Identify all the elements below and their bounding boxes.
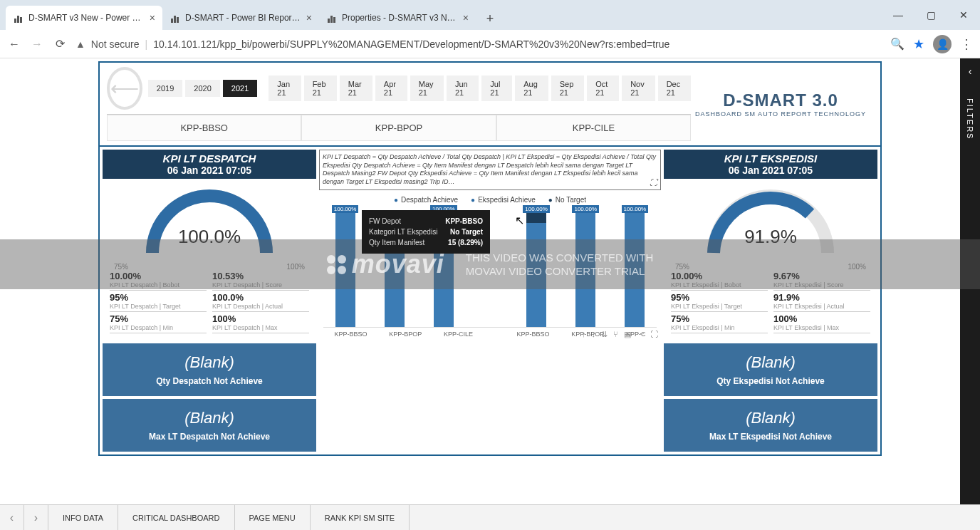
- focus-icon[interactable]: ⛶: [650, 330, 658, 339]
- kpi-value: 10.00%: [671, 271, 768, 281]
- year-button[interactable]: 2021: [223, 80, 257, 97]
- new-tab-button[interactable]: +: [480, 9, 500, 28]
- site-button[interactable]: KPP-BPOP: [301, 115, 496, 141]
- filter-icon[interactable]: ▤: [624, 330, 631, 339]
- tab-title: D-SMART v3 New - Power BI Rep: [28, 13, 144, 23]
- browser-tab-3[interactable]: Properties - D-SMART v3 New - ×: [319, 6, 476, 30]
- maximize-icon[interactable]: ▢: [914, 0, 947, 30]
- xaxis-label: KPP-BBSO: [334, 331, 367, 338]
- forward-icon[interactable]: →: [30, 37, 44, 51]
- next-page-icon[interactable]: ›: [24, 505, 48, 530]
- month-button[interactable]: Nov 21: [622, 76, 655, 101]
- chart-area[interactable]: Despatch Achieve Ekspedisi Achieve No Ta…: [319, 193, 661, 341]
- page-tab[interactable]: INFO DATA: [48, 505, 118, 530]
- minimize-icon[interactable]: ―: [882, 0, 914, 30]
- filters-label: FILTERS: [966, 98, 974, 140]
- dashboard-body: KPI LT DESPATCH 06 Jan 2021 07:05 100.0%…: [100, 147, 880, 454]
- tab-favicon: [13, 13, 23, 23]
- month-button[interactable]: Dec 21: [658, 76, 691, 101]
- site-button[interactable]: KPP-CILE: [496, 115, 691, 141]
- close-icon[interactable]: ✕: [947, 0, 980, 30]
- month-slicer: Jan 21 Feb 21 Mar 21 Apr 21 May 21 Jun 2…: [269, 76, 691, 101]
- mouse-cursor-icon: ↖: [515, 214, 524, 227]
- kpi-value: 10.00%: [110, 271, 207, 281]
- bookmark-icon[interactable]: ★: [913, 36, 924, 52]
- kpi-value: 100%: [212, 313, 309, 324]
- prev-page-icon[interactable]: ‹: [0, 505, 24, 530]
- expand-icon[interactable]: ⇊: [601, 330, 608, 339]
- drill-down-icon[interactable]: ↓: [592, 330, 596, 339]
- kpi-value: 91.9%: [773, 292, 870, 303]
- back-arrow-button[interactable]: ⟵: [107, 67, 142, 110]
- kpi-value: 9.67%: [773, 271, 870, 281]
- close-icon[interactable]: ×: [150, 12, 155, 24]
- month-button[interactable]: Jan 21: [269, 76, 301, 101]
- card-value: (Blank): [667, 353, 875, 372]
- back-icon[interactable]: ←: [7, 37, 21, 51]
- tooltip-key: FW Depot: [369, 216, 401, 227]
- gauge-max: 100%: [286, 263, 305, 271]
- month-button[interactable]: Jun 21: [447, 76, 479, 101]
- security-label: Not secure: [91, 38, 140, 50]
- month-button[interactable]: Sep 21: [551, 76, 585, 101]
- browser-tab-2[interactable]: D-SMART - Power BI Report Ser ×: [162, 6, 319, 30]
- card-despatch-qty: (Blank) Qty Despatch Not Achieve: [103, 343, 316, 396]
- gauge-value: 91.9%: [664, 226, 877, 248]
- legend-item: No Target: [548, 196, 586, 204]
- chart-legend: Despatch Achieve Ekspedisi Achieve No Ta…: [323, 196, 657, 204]
- chevron-left-icon[interactable]: ‹: [969, 66, 972, 77]
- month-button[interactable]: Feb 21: [304, 76, 337, 101]
- kpi-label: KPI LT Ekspedisi | Target: [671, 303, 768, 312]
- drill-up-icon[interactable]: ↑: [582, 330, 586, 339]
- kpi-value: 10.53%: [212, 271, 309, 281]
- hierarchy-icon[interactable]: ⑂: [613, 330, 618, 339]
- year-slicer: 2019 2020 2021: [148, 80, 257, 97]
- browser-tab-1[interactable]: D-SMART v3 New - Power BI Rep ×: [6, 6, 162, 30]
- bar-label: 100.00%: [622, 205, 649, 213]
- kpi-label: KPI LT Ekspedisi | Min: [671, 324, 768, 333]
- address-bar[interactable]: ▲ Not secure | 10.14.101.121/kpp_bi/powe…: [75, 38, 882, 50]
- month-button[interactable]: Apr 21: [375, 76, 407, 101]
- kpi-grid: 10.00%KPI LT Ekspedisi | Bobot 9.67%KPI …: [664, 271, 877, 338]
- more-icon[interactable]: ⋯: [637, 330, 645, 339]
- tooltip-val: 15 (8.29%): [448, 237, 483, 248]
- browser-navbar: ← → ⟳ ▲ Not secure | 10.14.101.121/kpp_b…: [0, 30, 980, 58]
- page-tab[interactable]: PAGE MENU: [235, 505, 311, 530]
- browser-titlebar: D-SMART v3 New - Power BI Rep × D-SMART …: [0, 0, 980, 30]
- page-tab[interactable]: CRITICAL DASHBOARD: [118, 505, 234, 530]
- month-button[interactable]: May 21: [410, 76, 444, 101]
- month-button[interactable]: Oct 21: [587, 76, 619, 101]
- panel-date: 06 Jan 2021 07:05: [103, 165, 316, 176]
- year-button[interactable]: 2019: [148, 80, 182, 97]
- page-tab[interactable]: RANK KPI SM SITE: [311, 505, 410, 530]
- legend-item: Ekspedisi Achieve: [471, 196, 536, 204]
- filters-panel-collapsed[interactable]: ‹ FILTERS: [960, 58, 980, 504]
- year-button[interactable]: 2020: [185, 80, 219, 97]
- gauge-min: 75%: [114, 263, 128, 271]
- card-value: (Blank): [105, 353, 313, 372]
- reload-icon[interactable]: ⟳: [53, 37, 67, 51]
- month-button[interactable]: Aug 21: [515, 76, 548, 101]
- not-secure-icon: ▲: [75, 38, 85, 50]
- tooltip-key: Qty Item Manifest: [369, 237, 424, 248]
- panel-despatch: KPI LT DESPATCH 06 Jan 2021 07:05 100.0%…: [103, 150, 316, 341]
- menu-icon[interactable]: ⋮: [960, 36, 973, 52]
- close-icon[interactable]: ×: [306, 12, 312, 24]
- gauge-max: 100%: [848, 263, 866, 271]
- kpi-value: 95%: [110, 292, 207, 303]
- page-tabs: ‹ › INFO DATA CRITICAL DASHBOARD PAGE ME…: [0, 504, 980, 530]
- site-button[interactable]: KPP-BBSO: [107, 115, 301, 141]
- card-label: Qty Ekspedisi Not Achieve: [667, 376, 875, 386]
- focus-icon[interactable]: ⛶: [650, 177, 657, 187]
- month-button[interactable]: Jul 21: [481, 76, 512, 101]
- month-button[interactable]: Mar 21: [340, 76, 372, 101]
- card-value: (Blank): [105, 409, 313, 427]
- profile-avatar[interactable]: 👤: [933, 35, 952, 53]
- close-icon[interactable]: ×: [463, 12, 469, 24]
- brand-subtitle: DASHBOARD SM AUTO REPORT TECHNOLOGY: [695, 110, 866, 118]
- panel-header: KPI LT DESPATCH 06 Jan 2021 07:05: [103, 150, 316, 179]
- window-controls: ― ▢ ✕: [882, 0, 980, 30]
- brand-block: D-SMART 3.0 DASHBOARD SM AUTO REPORT TEC…: [695, 90, 873, 118]
- kpi-grid: 10.00%KPI LT Despatch | Bobot 10.53%KPI …: [103, 271, 316, 338]
- search-icon[interactable]: 🔍: [890, 37, 905, 51]
